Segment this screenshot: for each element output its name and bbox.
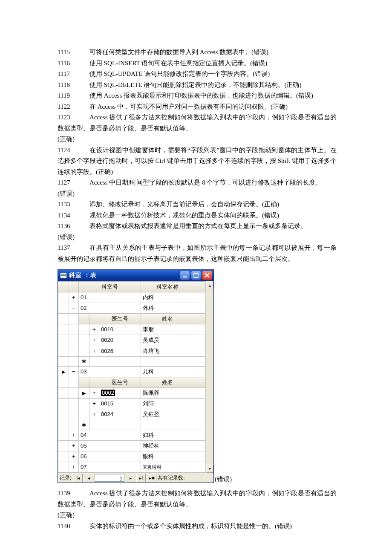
result-1137: (错误) (215, 474, 232, 485)
qnum: 1137 (58, 243, 89, 254)
col-dept-name[interactable]: 科室名称 (141, 282, 194, 292)
collapse-icon[interactable]: − (69, 303, 79, 314)
qtext: 使用 Access 报表既能显示和打印数据表中的数据，也能进行数据的编辑。(错误… (89, 92, 313, 99)
qnum: 1139 (58, 488, 89, 499)
result-1139: (正确) (58, 510, 337, 521)
qtext: 使用 SQL-UPDATE 语句只能修改指定表的一个字段内容。(错误) (89, 70, 270, 77)
minimize-button[interactable] (180, 271, 190, 280)
qtext: 在 Access 中，可实现不同用户对同一数据表有不同的访问权限。(正确) (89, 103, 288, 110)
qtext: 规范化是一种数据分析技术，规范化的重点是实体间的联系。(错误) (89, 212, 279, 219)
sub-row-current[interactable]: ▶+0002陈佩蓉 (58, 388, 206, 399)
window-title: 科室 ：表 (69, 270, 180, 280)
question-1123: 1123Access 提供了很多方法来控制如何将数据输入到表中的字段内，例如字段… (58, 112, 337, 134)
table-row[interactable]: +06眼科 (58, 451, 206, 462)
new-sub-row[interactable]: ✱ (58, 356, 206, 366)
current-record-icon: ▶ (79, 388, 89, 399)
access-window: 科室 ：表 科室号 科室名称 (58, 269, 214, 483)
result-1123: (正确) (58, 134, 337, 145)
question-1118: 1118使用 SQL-DELETE 语句只能删除指定表中的记录，不能删除其结构。… (58, 80, 337, 91)
expand-icon[interactable]: + (69, 292, 79, 303)
qnum: 1115 (58, 47, 89, 58)
titlebar[interactable]: 科室 ：表 (58, 270, 213, 281)
selected-cell[interactable]: 0002 (101, 390, 115, 396)
close-button[interactable] (202, 271, 212, 280)
vertical-scrollbar[interactable]: ▴ ▾ (206, 281, 213, 473)
question-1115: 1115可将任何类型文件中存储的数据导入到 Access 数据表中。(错误) (58, 47, 337, 58)
qtext: 可将任何类型文件中存储的数据导入到 Access 数据表中。(错误) (89, 49, 268, 55)
nav-last-button[interactable]: ▸I (136, 474, 146, 482)
nav-label: 记录: (60, 474, 71, 482)
svg-rect-0 (183, 276, 187, 277)
qnum: 1117 (58, 69, 89, 80)
table-row-current[interactable]: ▶ − 03 儿科 (58, 367, 206, 377)
question-1140: 1140实体的标识符由一个或多个实体属性构成，标识符只能是惟一的。(错误) (58, 521, 337, 532)
question-1117: 1117使用 SQL-UPDATE 语句只能修改指定表的一个字段内容。(错误) (58, 69, 337, 80)
qnum: 1133 (58, 199, 89, 210)
current-record-icon: ▶ (58, 367, 69, 377)
qnum: 1119 (58, 90, 89, 101)
qnum: 1122 (58, 101, 89, 113)
sub-row[interactable]: +0026肖培飞 (58, 346, 206, 356)
qtext: 使用 SQL-INSERT 语句可在表中任意指定位置插入记录。(错误) (89, 60, 267, 66)
nav-next-button[interactable]: ▸ (126, 474, 135, 482)
qtext: 在设计视图中创建窗体时，需要将“字段列表”窗口中的字段拖动到窗体的主体节上。在选… (58, 147, 337, 175)
qtext: 使用 SQL-DELETE 语句只能删除指定表中的记录，不能删除其结构。(正确) (89, 81, 301, 88)
qtext: 实体的标识符由一个或多个实体属性构成，标识符只能是惟一的。(错误) (89, 523, 292, 529)
qtext: 表格式窗体或表格式报表通常是用垂直的方式在每页上显示一条或多条记录。 (89, 223, 307, 229)
qnum: 1134 (58, 210, 89, 221)
table-row[interactable]: +05神经科 (58, 441, 206, 451)
nav-record-input[interactable]: 1 (95, 474, 124, 482)
qtext: Access 提供了很多方法来控制如何将数据输入到表中的字段内，例如字段是否有适… (58, 114, 337, 132)
qtext: Access 提供了很多方法来控制如何将数据输入到表中的字段内，例如字段是否有适… (58, 490, 337, 508)
sub-row[interactable]: +0024吴钰盈 (58, 409, 206, 420)
maximize-button[interactable] (191, 271, 201, 280)
nav-prev-button[interactable]: ◂ (84, 474, 93, 482)
result-1136: (错误) (58, 232, 337, 243)
question-1136: 1136表格式窗体或表格式报表通常是用垂直的方式在每页上显示一条或多条记录。 (58, 221, 337, 232)
col-doc-name[interactable]: 姓名 (141, 314, 194, 324)
question-1116: 1116使用 SQL-INSERT 语句可在表中任意指定位置插入记录。(错误) (58, 58, 337, 69)
datasheet-grid[interactable]: 科室号 科室名称 + 01 内科 (58, 281, 206, 473)
svg-rect-1 (194, 273, 198, 278)
collapse-icon[interactable]: − (69, 367, 79, 377)
header-row: 科室号 科室名称 (58, 282, 206, 292)
table-row[interactable]: +04妇科 (58, 430, 206, 440)
question-1127: 1127Access 中日期/时间型字段的长度默认是 8 个字节，可以进行修改这… (58, 177, 337, 188)
sub-row[interactable]: +0015刘阳 (58, 399, 206, 409)
qnum: 1140 (58, 521, 89, 532)
table-row[interactable]: − 02 外科 (58, 303, 206, 314)
qtext: 在具有主从关系的主表与子表中，如图所示主表中的每一条记录都可以被展开，每一条被展… (58, 244, 337, 262)
nav-new-button[interactable]: ▸✱ (147, 474, 156, 482)
new-record-icon: ✱ (79, 420, 89, 430)
new-record-icon: ✱ (79, 356, 89, 366)
qnum: 1124 (58, 145, 89, 156)
record-navigator: 记录: I◂ ◂ 1 ▸ ▸I ▸✱ 共有记录数: (58, 473, 213, 483)
sub-row[interactable]: +0020吴成昊 (58, 335, 206, 346)
sub-header-row: 医生号 姓名 (58, 377, 206, 388)
question-1119: 1119使用 Access 报表既能显示和打印数据表中的数据，也能进行数据的编辑… (58, 90, 337, 101)
sub-row[interactable]: +0010李朋 (58, 324, 206, 335)
col-dept-no[interactable]: 科室号 (79, 282, 141, 292)
question-1137: 1137在具有主从关系的主表与子表中，如图所示主表中的每一条记录都可以被展开，每… (58, 243, 337, 264)
table-row[interactable]: +07耳鼻喉科 (58, 462, 206, 473)
nav-total-label: 共有记录数: (158, 474, 184, 482)
question-1134: 1134规范化是一种数据分析技术，规范化的重点是实体间的联系。(错误) (58, 210, 337, 221)
qnum: 1127 (58, 177, 89, 188)
scroll-down-icon[interactable]: ▾ (206, 465, 213, 473)
qnum: 1136 (58, 221, 89, 232)
nav-first-button[interactable]: I◂ (73, 474, 83, 482)
document-page: 1115可将任何类型文件中存储的数据导入到 Access 数据表中。(错误) 1… (0, 0, 392, 555)
new-sub-row[interactable]: ✱ (58, 420, 206, 430)
qtext: Access 中日期/时间型字段的长度默认是 8 个字节，可以进行修改这种字段的… (89, 179, 322, 186)
col-doc-no[interactable]: 医生号 (99, 314, 141, 324)
question-1133: 1133添加、修改记录时，光标离开当前记录后，会自动保存记录。(正确) (58, 199, 337, 210)
question-1122: 1122在 Access 中，可实现不同用户对同一数据表有不同的访问权限。(正确… (58, 101, 337, 113)
qtext: 添加、修改记录时，光标离开当前记录后，会自动保存记录。(正确) (89, 201, 279, 208)
question-1124: 1124在设计视图中创建窗体时，需要将“字段列表”窗口中的字段拖动到窗体的主体节… (58, 145, 337, 178)
datasheet-icon (61, 273, 66, 278)
qnum: 1118 (58, 80, 89, 91)
table-row[interactable]: + 01 内科 (58, 292, 206, 303)
qnum: 1116 (58, 58, 89, 69)
qnum: 1123 (58, 112, 89, 123)
question-1139: 1139Access 提供了很多方法来控制如何将数据输入到表中的字段内，例如字段… (58, 488, 337, 510)
